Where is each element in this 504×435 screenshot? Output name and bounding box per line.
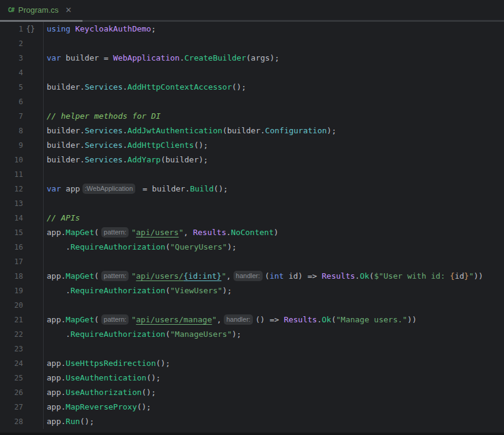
line-number[interactable]: 28 — [0, 414, 23, 429]
code-text[interactable]: builder.Services.AddJwtAuthentication(bu… — [44, 124, 504, 138]
inlay-hint[interactable]: :WebApplication — [82, 184, 135, 194]
inlay-hint[interactable]: handler: — [234, 271, 263, 281]
gutter[interactable]: 19 — [0, 284, 44, 298]
gutter[interactable]: 13 — [0, 196, 44, 211]
gutter[interactable]: 9 — [0, 138, 44, 153]
code-line[interactable]: 9builder.Services.AddHttpClients(); — [0, 138, 504, 153]
gutter[interactable]: 3 — [0, 51, 44, 65]
gutter[interactable]: 18 — [0, 269, 44, 284]
line-number[interactable]: 4 — [0, 65, 23, 80]
code-text[interactable]: app.MapReverseProxy(); — [44, 400, 504, 414]
inlay-hint[interactable]: handler: — [224, 314, 253, 325]
code-line[interactable]: 22 .RequireAuthorization("ManageUsers"); — [0, 327, 504, 342]
code-line[interactable]: 17 — [0, 254, 504, 269]
close-tab-icon[interactable]: ✕ — [66, 5, 72, 15]
gutter[interactable]: 14 — [0, 211, 44, 225]
code-text[interactable] — [44, 65, 504, 80]
line-number[interactable]: 11 — [0, 167, 23, 182]
code-text[interactable]: builder.Services.AddHttpContextAccessor(… — [44, 80, 504, 95]
code-line[interactable]: 10builder.Services.AddYarp(builder); — [0, 153, 504, 167]
code-line[interactable]: 8builder.Services.AddJwtAuthentication(b… — [0, 124, 504, 138]
code-line[interactable]: 11 — [0, 167, 504, 182]
gutter[interactable]: 10 — [0, 153, 44, 167]
code-line[interactable]: 27app.MapReverseProxy(); — [0, 400, 504, 414]
code-text[interactable] — [44, 298, 504, 313]
code-line[interactable]: 4 — [0, 65, 504, 80]
code-text[interactable] — [44, 167, 504, 182]
code-line[interactable]: 1{}using KeycloakAuthDemo; — [0, 22, 504, 36]
tab-program-cs[interactable]: C# Program.cs ✕ — [0, 0, 79, 20]
inlay-hint[interactable]: pattern: — [101, 227, 129, 237]
gutter[interactable]: 27 — [0, 400, 44, 414]
code-text[interactable] — [44, 342, 504, 356]
line-number[interactable]: 23 — [0, 342, 23, 356]
inlay-hint[interactable]: pattern: — [101, 314, 129, 325]
code-text[interactable]: app.MapGet(pattern:"api/users/manage",ha… — [44, 313, 504, 327]
line-number[interactable]: 6 — [0, 95, 23, 109]
gutter[interactable]: 17 — [0, 254, 44, 269]
code-text[interactable]: .RequireAuthorization("QueryUsers"); — [44, 240, 504, 254]
line-number[interactable]: 9 — [0, 138, 23, 153]
code-line[interactable]: 14// APIs — [0, 211, 504, 225]
gutter[interactable]: 15 — [0, 225, 44, 240]
code-line[interactable]: 5builder.Services.AddHttpContextAccessor… — [0, 80, 504, 95]
gutter[interactable]: 2 — [0, 36, 44, 51]
gutter[interactable]: 23 — [0, 342, 44, 356]
code-text[interactable]: app.UseAuthentication(); — [44, 371, 504, 385]
line-number[interactable]: 26 — [0, 385, 23, 400]
code-line[interactable]: 6 — [0, 95, 504, 109]
code-line[interactable]: 12var app:WebApplication = builder.Build… — [0, 182, 504, 196]
code-line[interactable]: 26app.UseAuthorization(); — [0, 385, 504, 400]
gutter[interactable]: 21 — [0, 313, 44, 327]
line-number[interactable]: 18 — [0, 269, 23, 284]
line-number[interactable]: 1 — [0, 22, 23, 36]
code-text[interactable]: builder.Services.AddYarp(builder); — [44, 153, 504, 167]
line-number[interactable]: 22 — [0, 327, 23, 342]
inlay-hint[interactable]: pattern: — [101, 271, 129, 281]
line-number[interactable]: 25 — [0, 371, 23, 385]
braces-gutter-icon[interactable]: {} — [23, 22, 43, 36]
line-number[interactable]: 27 — [0, 400, 23, 414]
line-number[interactable]: 14 — [0, 211, 23, 225]
code-line[interactable]: 7// helper methods for DI — [0, 109, 504, 124]
gutter[interactable]: 5 — [0, 80, 44, 95]
code-line[interactable]: 18app.MapGet(pattern:"api/users/{id:int}… — [0, 269, 504, 284]
code-line[interactable]: 21app.MapGet(pattern:"api/users/manage",… — [0, 313, 504, 327]
line-number[interactable]: 5 — [0, 80, 23, 95]
code-text[interactable]: var app:WebApplication = builder.Build()… — [44, 182, 504, 196]
line-number[interactable]: 2 — [0, 36, 23, 51]
code-line[interactable]: 23 — [0, 342, 504, 356]
code-text[interactable]: app.UseAuthorization(); — [44, 385, 504, 400]
line-number[interactable]: 16 — [0, 240, 23, 254]
gutter[interactable]: 24 — [0, 356, 44, 371]
code-text[interactable]: app.UseHttpsRedirection(); — [44, 356, 504, 371]
code-line[interactable]: 2 — [0, 36, 504, 51]
code-text[interactable]: var builder = WebApplication.CreateBuild… — [44, 51, 504, 65]
line-number[interactable]: 17 — [0, 254, 23, 269]
code-text[interactable]: .RequireAuthorization("ManageUsers"); — [44, 327, 504, 342]
code-text[interactable]: builder.Services.AddHttpClients(); — [44, 138, 504, 153]
gutter[interactable]: 1{} — [0, 22, 44, 36]
line-number[interactable]: 13 — [0, 196, 23, 211]
code-line[interactable]: 16 .RequireAuthorization("QueryUsers"); — [0, 240, 504, 254]
code-line[interactable]: 25app.UseAuthentication(); — [0, 371, 504, 385]
gutter[interactable]: 7 — [0, 109, 44, 124]
line-number[interactable]: 15 — [0, 225, 23, 240]
gutter[interactable]: 8 — [0, 124, 44, 138]
code-text[interactable] — [44, 254, 504, 269]
code-text[interactable]: app.MapGet(pattern:"api/users", Results.… — [44, 225, 504, 240]
gutter[interactable]: 22 — [0, 327, 44, 342]
code-line[interactable]: 3var builder = WebApplication.CreateBuil… — [0, 51, 504, 65]
code-text[interactable]: .RequireAuthorization("ViewUsers"); — [44, 284, 504, 298]
line-number[interactable]: 21 — [0, 313, 23, 327]
line-number[interactable]: 10 — [0, 153, 23, 167]
code-text[interactable]: // helper methods for DI — [44, 109, 504, 124]
code-text[interactable]: using KeycloakAuthDemo; — [44, 22, 504, 36]
gutter[interactable]: 4 — [0, 65, 44, 80]
code-text[interactable]: // APIs — [44, 211, 504, 225]
code-text[interactable]: app.MapGet(pattern:"api/users/{id:int}",… — [44, 269, 504, 284]
line-number[interactable]: 24 — [0, 356, 23, 371]
gutter[interactable]: 26 — [0, 385, 44, 400]
code-line[interactable]: 24app.UseHttpsRedirection(); — [0, 356, 504, 371]
code-line[interactable]: 13 — [0, 196, 504, 211]
